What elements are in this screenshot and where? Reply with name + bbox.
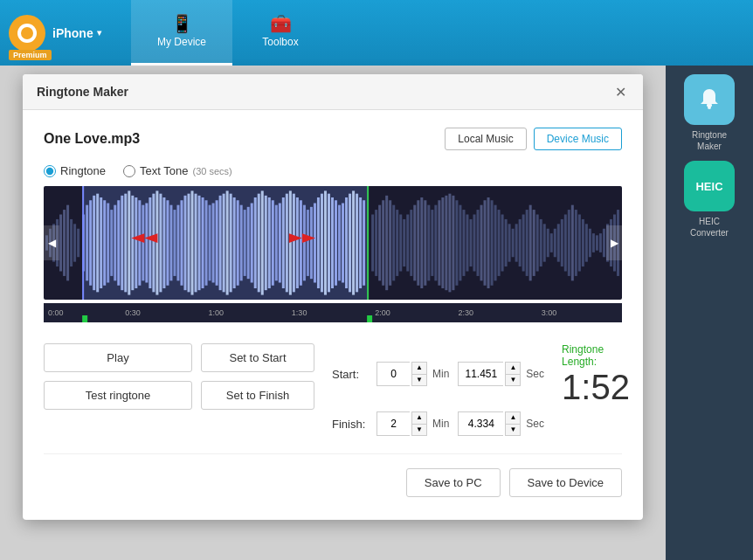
svg-rect-102 xyxy=(410,210,412,276)
svg-text:2:00: 2:00 xyxy=(375,308,390,317)
start-min-input[interactable] xyxy=(376,362,410,386)
tab-my-device[interactable]: 📱 My Device xyxy=(131,0,232,66)
svg-text:1:30: 1:30 xyxy=(292,308,307,317)
dialog-header: Ringtone Maker ✕ xyxy=(23,74,643,110)
finish-sec-up[interactable]: ▲ xyxy=(506,412,520,424)
svg-rect-97 xyxy=(392,205,395,281)
start-sec-group: ▲ ▼ Sec xyxy=(458,362,548,386)
local-music-button[interactable]: Local Music xyxy=(445,128,526,150)
svg-text:0:00: 0:00 xyxy=(48,308,64,317)
logo-area: iPhone ▾ Premium xyxy=(0,0,114,66)
start-label: Start: xyxy=(332,368,371,381)
scroll-right-button[interactable]: ▶ xyxy=(606,225,622,260)
finish-min-down[interactable]: ▼ xyxy=(412,424,426,435)
start-min-up[interactable]: ▲ xyxy=(412,363,426,374)
svg-rect-134 xyxy=(522,215,525,272)
my-device-label: My Device xyxy=(157,36,206,48)
scroll-left-button[interactable]: ◀ xyxy=(44,225,59,260)
svg-rect-124 xyxy=(487,197,490,288)
svg-rect-9 xyxy=(77,229,79,258)
start-sec-up[interactable]: ▲ xyxy=(506,363,520,374)
test-ringtone-button[interactable]: Test ringtone xyxy=(44,381,192,410)
start-min-group: ▲ ▼ Min xyxy=(376,362,452,386)
svg-rect-144 xyxy=(557,224,560,261)
svg-rect-7 xyxy=(70,219,73,266)
toolbox-label: Toolbox xyxy=(262,36,298,48)
bell-icon xyxy=(696,86,722,113)
svg-rect-123 xyxy=(484,200,487,286)
logo-inner xyxy=(21,27,33,39)
heic-converter-icon: HEIC xyxy=(684,161,735,211)
finish-min-group: ▲ ▼ Min xyxy=(376,411,452,436)
start-min-down[interactable]: ▼ xyxy=(412,374,426,385)
svg-rect-111 xyxy=(441,197,444,288)
iphone-label[interactable]: iPhone ▾ xyxy=(52,26,101,40)
waveform-container[interactable]: // This will be rendered as SVG content xyxy=(44,186,622,300)
timeline: 0:00 0:30 1:00 1:30 2:00 2:30 3:00 xyxy=(44,303,622,322)
ringtone-length-area: Ringtone Length: 1:52 xyxy=(562,343,630,404)
svg-rect-122 xyxy=(480,205,483,281)
start-sec-spin: ▲ ▼ xyxy=(505,362,521,386)
svg-rect-164 xyxy=(367,186,369,300)
start-sec-input[interactable] xyxy=(458,362,503,386)
save-to-pc-button[interactable]: Save to PC xyxy=(406,468,501,497)
start-sec-down[interactable]: ▼ xyxy=(506,374,520,385)
texttone-radio[interactable] xyxy=(123,165,135,177)
file-row: One Love.mp3 Local Music Device Music xyxy=(44,128,622,150)
svg-rect-119 xyxy=(469,219,472,266)
play-button[interactable]: Play xyxy=(44,343,192,372)
svg-rect-6 xyxy=(66,205,69,281)
svg-rect-149 xyxy=(575,210,577,276)
ringtone-radio-option[interactable]: Ringtone xyxy=(44,164,106,177)
finish-sec-spin: ▲ ▼ xyxy=(505,411,521,436)
set-to-start-button[interactable]: Set to Start xyxy=(201,343,314,372)
svg-text:3:00: 3:00 xyxy=(542,308,557,317)
sidebar-tool-heic-converter[interactable]: HEIC HEICConverter xyxy=(674,161,744,239)
svg-rect-94 xyxy=(382,200,384,286)
svg-rect-95 xyxy=(385,196,388,290)
svg-rect-96 xyxy=(389,200,391,286)
heic-converter-label: HEICConverter xyxy=(690,216,729,239)
close-button[interactable]: ✕ xyxy=(611,83,629,100)
svg-rect-157 xyxy=(603,229,605,258)
save-to-device-button[interactable]: Save to Device xyxy=(509,468,622,497)
svg-rect-153 xyxy=(589,229,591,258)
finish-sec-input[interactable] xyxy=(458,411,503,436)
svg-rect-137 xyxy=(533,210,535,276)
right-sidebar: RingtoneMaker HEIC HEICConverter xyxy=(666,66,753,560)
finish-min-input[interactable] xyxy=(376,411,410,436)
set-to-finish-button[interactable]: Set to Finish xyxy=(201,381,314,410)
svg-rect-101 xyxy=(406,215,409,272)
tab-toolbox[interactable]: 🧰 Toolbox xyxy=(232,0,328,66)
ringtone-maker-icon xyxy=(684,74,735,125)
svg-point-180 xyxy=(708,106,711,109)
finish-sec-down[interactable]: ▼ xyxy=(506,424,520,435)
ringtone-length-value: 1:52 xyxy=(562,370,630,404)
music-source-buttons: Local Music Device Music xyxy=(445,128,622,150)
my-device-icon: 📱 xyxy=(171,15,193,32)
svg-rect-116 xyxy=(459,205,461,281)
svg-rect-121 xyxy=(476,210,479,276)
top-bar: iPhone ▾ Premium 📱 My Device 🧰 Toolbox xyxy=(0,0,753,66)
svg-rect-125 xyxy=(491,200,494,286)
controls-right: Start: ▲ ▼ Min xyxy=(314,343,630,436)
ringtone-radio[interactable] xyxy=(44,165,56,177)
start-time-row: Start: ▲ ▼ Min xyxy=(332,343,630,404)
texttone-radio-option[interactable]: Text Tone (30 secs) xyxy=(123,164,232,177)
svg-rect-177 xyxy=(82,315,87,322)
svg-rect-110 xyxy=(438,200,440,286)
svg-rect-130 xyxy=(508,224,511,261)
svg-rect-127 xyxy=(498,210,501,276)
finish-min-up[interactable]: ▲ xyxy=(412,412,426,424)
svg-rect-109 xyxy=(434,205,437,281)
sidebar-tool-ringtone-maker[interactable]: RingtoneMaker xyxy=(674,74,744,152)
svg-rect-162 xyxy=(82,186,368,300)
device-music-button[interactable]: Device Music xyxy=(534,128,622,150)
svg-rect-5 xyxy=(63,210,66,276)
svg-rect-146 xyxy=(564,215,567,272)
timeline-svg: 0:00 0:30 1:00 1:30 2:00 2:30 3:00 xyxy=(44,303,622,322)
svg-rect-138 xyxy=(536,215,539,272)
svg-rect-136 xyxy=(529,205,532,281)
svg-rect-99 xyxy=(399,215,402,272)
svg-rect-152 xyxy=(585,224,588,261)
